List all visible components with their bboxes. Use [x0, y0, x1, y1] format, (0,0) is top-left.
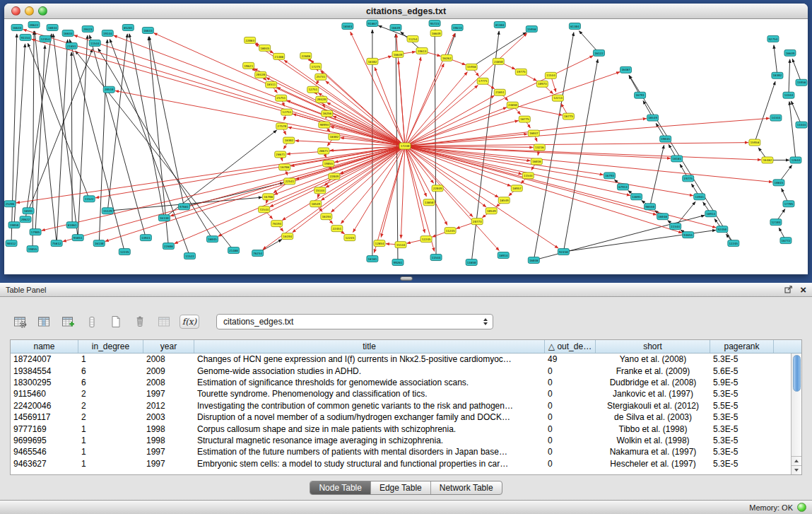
graph-node[interactable]: 90994 — [319, 122, 330, 128]
graph-edge[interactable] — [792, 101, 801, 125]
graph-node[interactable]: 16130 — [93, 240, 105, 247]
network-canvas[interactable]: 1724022083180452148819621204201851125751… — [4, 19, 808, 274]
graph-node[interactable]: 18511 — [266, 81, 277, 88]
graph-node[interactable]: 75812 — [51, 240, 62, 247]
graph-node[interactable]: 18302 — [772, 72, 783, 78]
close-panel-icon[interactable]: × — [800, 284, 806, 295]
graph-node[interactable]: 18549 — [647, 115, 659, 121]
graph-node[interactable]: 24850 — [493, 58, 504, 64]
graph-node[interactable]: 18503 — [342, 23, 353, 29]
table-row[interactable]: 1938455462009Genome-wide association stu… — [11, 365, 791, 376]
graph-node[interactable]: 17240 — [399, 143, 411, 149]
graph-node[interactable]: 81304 — [569, 23, 580, 29]
graph-node[interactable]: 19775 — [515, 69, 526, 75]
scroll-down-button[interactable] — [792, 465, 801, 474]
graph-node[interactable]: 91154 — [20, 34, 31, 40]
graph-edge[interactable] — [405, 146, 657, 215]
graph-edge[interactable] — [792, 59, 801, 82]
graph-node[interactable]: 22541 — [284, 178, 295, 185]
graph-node[interactable]: 16633 — [142, 27, 153, 33]
graph-node[interactable]: 10973 — [536, 81, 548, 87]
graph-node[interactable]: 20420 — [255, 71, 266, 78]
graph-node[interactable]: 20622 — [20, 216, 31, 223]
graph-node[interactable]: 13850 — [423, 199, 435, 206]
function-builder-button[interactable]: f(x) — [180, 315, 199, 329]
graph-node[interactable]: 16633 — [62, 30, 73, 36]
graph-node[interactable]: 16130 — [158, 215, 170, 221]
graph-node[interactable]: 18302 — [329, 134, 340, 140]
graph-node[interactable]: 19613 — [416, 47, 428, 54]
graph-node[interactable]: 11245 — [445, 228, 456, 234]
graph-node[interactable]: 16639 — [784, 49, 796, 56]
graph-node[interactable]: 19055 — [323, 160, 334, 167]
table-row[interactable]: 946554611997Estimation of the future num… — [11, 446, 791, 457]
graph-node[interactable]: 94655 — [683, 232, 694, 238]
graph-node[interactable]: 16487 — [620, 66, 632, 73]
graph-node[interactable]: 11544 — [670, 223, 681, 230]
table-row[interactable]: 1830029562008Estimation of significance … — [11, 377, 791, 388]
graph-edge[interactable] — [405, 146, 522, 175]
graph-edge[interactable] — [405, 143, 748, 146]
graph-node[interactable]: 22608 — [163, 243, 174, 250]
table-row[interactable]: 946362711997Embryonic stem cells: a mode… — [11, 458, 791, 469]
graph-edge[interactable] — [33, 31, 34, 249]
graph-node[interactable]: 11522 — [184, 253, 195, 259]
graph-node[interactable]: 16047 — [528, 130, 539, 136]
graph-edge[interactable] — [755, 81, 775, 142]
column-header-name[interactable]: name — [11, 340, 78, 353]
network-graph[interactable]: 1724022083180452148819621204201851125751… — [4, 19, 808, 274]
graph-edge[interactable] — [53, 34, 78, 238]
graph-node[interactable]: 18549 — [498, 197, 510, 204]
graph-node[interactable]: 15958 — [526, 25, 537, 32]
column-header-title[interactable]: title — [194, 340, 545, 353]
graph-node[interactable]: 22083 — [245, 37, 256, 43]
graph-node[interactable]: 19775 — [683, 175, 694, 182]
float-panel-icon[interactable] — [784, 284, 793, 296]
graph-node[interactable]: 17905 — [30, 229, 41, 235]
graph-node[interactable]: 21488 — [273, 53, 285, 59]
graph-node[interactable]: 21851 — [494, 89, 505, 95]
table-row[interactable]: 977716911998Corpus callosum shape and si… — [11, 423, 791, 434]
graph-node[interactable]: 16708 — [263, 194, 274, 200]
graph-node[interactable]: 11544 — [430, 255, 442, 261]
graph-node[interactable]: 12245 — [344, 235, 355, 241]
graph-node[interactable]: 15144 — [314, 187, 326, 194]
graph-node[interactable]: 22049 — [432, 185, 443, 192]
graph-edge[interactable] — [789, 102, 796, 160]
graph-edge[interactable] — [90, 35, 146, 238]
graph-node[interactable]: 12213 — [552, 95, 563, 101]
graph-edge[interactable] — [405, 146, 604, 175]
graph-edge[interactable] — [405, 118, 770, 146]
graph-node[interactable]: 19621 — [243, 62, 254, 69]
graph-node[interactable]: 92450 — [558, 249, 569, 255]
graph-node[interactable]: 15958 — [796, 79, 807, 86]
graph-node[interactable]: 18045 — [207, 236, 218, 243]
graph-node[interactable]: 76194 — [271, 221, 283, 227]
graph-node[interactable]: 18914 — [705, 211, 717, 217]
graph-edge[interactable] — [405, 146, 499, 251]
graph-edge[interactable] — [405, 72, 620, 146]
graph-edge[interactable] — [405, 33, 454, 146]
graph-edge[interactable] — [32, 39, 405, 146]
graph-edge[interactable] — [650, 145, 664, 206]
graph-edge[interactable] — [95, 146, 405, 198]
graph-node[interactable]: 13941 — [694, 194, 705, 200]
graph-node[interactable]: 20423 — [82, 25, 93, 32]
graph-edge[interactable] — [676, 201, 695, 226]
graph-node[interactable]: 15129 — [102, 208, 113, 214]
graph-node[interactable]: 13850 — [466, 259, 477, 266]
graph-node[interactable]: 12245 — [728, 240, 739, 247]
graph-node[interactable]: 14344 — [783, 92, 794, 98]
graph-node[interactable]: 20622 — [28, 21, 40, 28]
graph-edge[interactable] — [35, 31, 57, 243]
tab-network-table[interactable]: Network Table — [431, 481, 502, 494]
graph-node[interactable]: 18302 — [367, 58, 378, 64]
graph-node[interactable]: 13216 — [534, 144, 545, 151]
graph-node[interactable]: 16649 — [430, 30, 442, 36]
new-table-button[interactable] — [107, 313, 124, 330]
graph-node[interactable]: 18957 — [511, 185, 522, 192]
graph-edge[interactable] — [11, 34, 17, 243]
graph-edge[interactable] — [175, 146, 405, 244]
graph-node[interactable]: 85281 — [122, 24, 134, 30]
table-source-dropdown[interactable]: citations_edges.txt — [216, 314, 493, 329]
